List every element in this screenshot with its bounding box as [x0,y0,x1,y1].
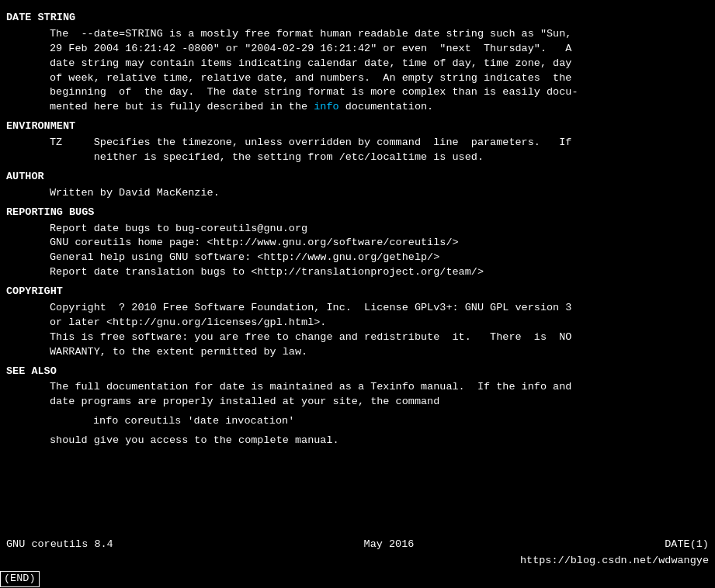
date-string-text: The --date=STRING is a mostly free forma… [50,27,709,115]
section-header-reporting-bugs: REPORTING BUGS [6,206,709,220]
section-reporting-bugs: REPORTING BUGS Report date bugs to bug-c… [6,206,709,280]
command-text: info coreutils 'date invocation' [93,414,709,429]
see-also-footer-text: should give you access to the complete m… [50,434,709,448]
terminal-window: DATE STRING The --date=STRING is a mostl… [0,0,715,588]
footer-url-line: https://blog.csdn.net/wdwangye [0,554,715,570]
terminal-footer: GNU coreutils 8.4 May 2016 DATE(1) https… [0,536,715,588]
section-author: AUTHOR Written by David MacKenzie. [6,170,709,201]
section-see-also: SEE ALSO The full documentation for date… [6,365,709,448]
section-date-string: DATE STRING The --date=STRING is a mostl… [6,11,709,115]
footer-bar: GNU coreutils 8.4 May 2016 DATE(1) [0,536,715,554]
section-header-copyright: COPYRIGHT [6,285,709,299]
section-body-author: Written by David MacKenzie. [50,186,709,201]
author-text: Written by David MacKenzie. [50,186,709,201]
section-body-environment: TZ Specifies the timezone, unless overri… [50,136,709,165]
end-line: (END) [0,570,715,588]
section-header-environment: ENVIRONMENT [6,119,709,134]
environment-text: TZ Specifies the timezone, unless overri… [50,136,709,165]
see-also-intro-text: The full documentation for date is maint… [50,380,709,410]
section-header-see-also: SEE ALSO [6,365,709,379]
section-body-see-also: The full documentation for date is maint… [50,380,709,448]
footer-right: DATE(1) [665,538,709,552]
section-environment: ENVIRONMENT TZ Specifies the timezone, u… [6,119,709,165]
reporting-bugs-text: Report date bugs to bug-coreutils@gnu.or… [50,222,709,281]
section-header-date-string: DATE STRING [6,11,709,26]
copyright-text: Copyright ? 2010 Free Software Foundatio… [50,301,709,360]
see-also-command: info coreutils 'date invocation' [93,414,709,429]
end-indicator: (END) [0,571,40,587]
section-header-author: AUTHOR [6,170,709,185]
footer-left: GNU coreutils 8.4 [6,538,113,552]
section-body-copyright: Copyright ? 2010 Free Software Foundatio… [50,301,709,360]
info-link[interactable]: info [314,101,338,112]
footer-center: May 2016 [364,538,415,552]
terminal-content: DATE STRING The --date=STRING is a mostl… [0,11,715,448]
section-body-reporting-bugs: Report date bugs to bug-coreutils@gnu.or… [50,222,709,281]
section-copyright: COPYRIGHT Copyright ? 2010 Free Software… [6,285,709,359]
section-body-date-string: The --date=STRING is a mostly free forma… [50,27,709,115]
footer-url: https://blog.csdn.net/wdwangye [520,555,709,566]
